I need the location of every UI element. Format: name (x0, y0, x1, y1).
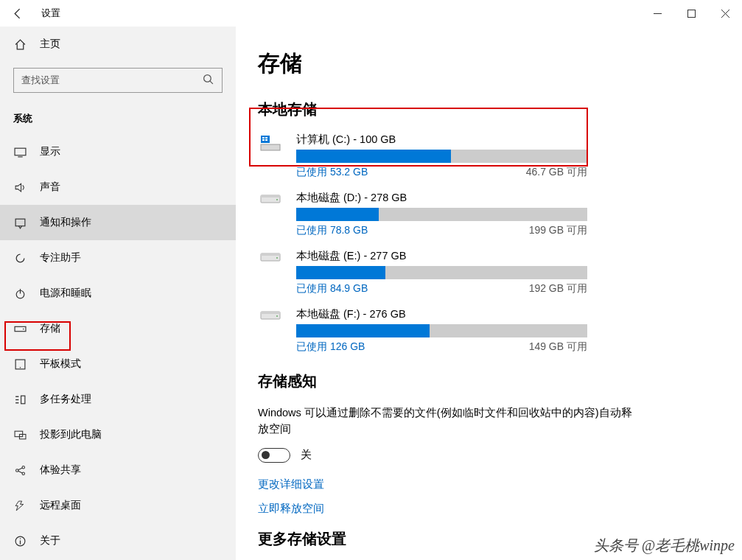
nav-multitask[interactable]: 多任务处理 (0, 382, 236, 417)
nav-sound[interactable]: 声音 (0, 169, 236, 205)
minimize-button[interactable] (640, 0, 674, 27)
svg-line-24 (18, 467, 22, 469)
nav-label: 多任务处理 (40, 393, 91, 406)
nav-about[interactable]: 关于 (0, 523, 236, 559)
nav-label: 电源和睡眠 (40, 287, 91, 300)
section-heading: 系统 (0, 106, 236, 134)
nav-label: 声音 (40, 181, 60, 194)
about-icon (13, 535, 27, 547)
drive-used-label: 已使用 126 GB (296, 340, 365, 354)
drive-title: 本地磁盘 (F:) - 276 GB (296, 307, 713, 321)
close-icon (721, 10, 729, 18)
usage-bar (296, 266, 587, 279)
tablet-icon (13, 358, 27, 371)
search-input[interactable]: 查找设置 (13, 68, 223, 93)
drive-row[interactable]: 本地磁盘 (E:) - 277 GB已使用 84.9 GB192 GB 可用 (258, 249, 713, 295)
storage-sense-desc: Windows 可以通过删除不需要的文件(例如临时文件和回收站中的内容)自动释放… (258, 405, 641, 438)
svg-rect-32 (265, 137, 267, 139)
nav-label: 关于 (40, 534, 60, 547)
nav-storage[interactable]: 存储 (0, 311, 236, 346)
search-icon (202, 73, 214, 88)
sound-icon (13, 181, 27, 194)
usage-bar (296, 208, 587, 221)
drive-free-label: 192 GB 可用 (529, 282, 587, 295)
drive-row[interactable]: 计算机 (C:) - 100 GB已使用 53.2 GB46.7 GB 可用 (258, 133, 713, 179)
drive-icon (258, 133, 283, 152)
nav-label: 远程桌面 (40, 499, 81, 512)
storage-icon (13, 323, 27, 335)
minimize-icon (654, 10, 662, 18)
svg-rect-29 (261, 144, 280, 150)
svg-line-5 (210, 81, 213, 84)
multitask-icon (13, 393, 27, 406)
nav-remote[interactable]: 远程桌面 (0, 488, 236, 523)
local-storage-heading: 本地存储 (258, 99, 713, 119)
svg-point-12 (22, 328, 24, 329)
nav-label: 存储 (40, 322, 60, 335)
focus-icon (13, 252, 27, 265)
nav-notifications[interactable]: 通知和操作 (0, 205, 236, 240)
maximize-button[interactable] (674, 0, 708, 27)
drive-icon (258, 191, 283, 206)
svg-point-14 (19, 367, 20, 368)
nav-shared[interactable]: 体验共享 (0, 452, 236, 488)
sidebar: 主页 查找设置 系统 显示 声音 通知和操作 专注助手 电源和睡眠 (0, 27, 236, 560)
watermark: 头条号 @老毛桃winpe (594, 536, 735, 556)
svg-rect-18 (21, 396, 24, 404)
nav-label: 显示 (40, 145, 60, 158)
page-title: 存储 (258, 49, 713, 79)
drive-free-label: 46.7 GB 可用 (526, 166, 587, 179)
drive-row[interactable]: 本地磁盘 (D:) - 278 GB已使用 78.8 GB199 GB 可用 (258, 191, 713, 237)
usage-bar (296, 324, 587, 337)
nav-label: 投影到此电脑 (40, 428, 102, 441)
change-settings-link[interactable]: 更改详细设置 (258, 477, 713, 491)
storage-sense-toggle[interactable] (258, 448, 290, 463)
svg-point-4 (204, 75, 211, 83)
svg-rect-11 (15, 326, 26, 331)
display-icon (13, 146, 27, 158)
storage-sense-heading: 存储感知 (258, 371, 713, 391)
close-button[interactable] (708, 0, 742, 27)
project-icon (13, 429, 27, 441)
svg-rect-33 (262, 139, 265, 141)
svg-rect-36 (261, 195, 280, 197)
home-link[interactable]: 主页 (0, 27, 236, 62)
nav-power[interactable]: 电源和睡眠 (0, 276, 236, 311)
usage-bar (296, 150, 587, 163)
svg-rect-31 (262, 137, 265, 139)
nav-focus[interactable]: 专注助手 (0, 240, 236, 276)
nav-tablet[interactable]: 平板模式 (0, 346, 236, 382)
drive-used-label: 已使用 78.8 GB (296, 224, 368, 237)
svg-rect-34 (265, 139, 267, 141)
drive-title: 本地磁盘 (E:) - 277 GB (296, 249, 713, 263)
notifications-icon (13, 217, 27, 229)
drive-row[interactable]: 本地磁盘 (F:) - 276 GB已使用 126 GB149 GB 可用 (258, 307, 713, 354)
svg-rect-1 (687, 10, 695, 17)
remote-icon (13, 500, 27, 512)
drive-free-label: 149 GB 可用 (529, 340, 587, 354)
nav-label: 平板模式 (40, 357, 81, 371)
window-title: 设置 (35, 7, 60, 20)
drive-used-label: 已使用 53.2 GB (296, 166, 368, 179)
svg-rect-42 (261, 312, 280, 314)
arrow-left-icon (12, 7, 24, 20)
shared-icon (13, 464, 27, 477)
search-placeholder: 查找设置 (21, 74, 202, 87)
back-button[interactable] (0, 0, 35, 27)
svg-rect-39 (261, 253, 280, 256)
drive-used-label: 已使用 84.9 GB (296, 282, 368, 295)
maximize-icon (687, 10, 696, 18)
nav-display[interactable]: 显示 (0, 134, 236, 169)
nav-label: 专注助手 (40, 251, 81, 265)
free-space-link[interactable]: 立即释放空间 (258, 502, 713, 516)
main-content: 存储 本地存储 计算机 (C:) - 100 GB已使用 53.2 GB46.7… (236, 27, 742, 560)
svg-point-40 (276, 257, 278, 259)
svg-rect-8 (15, 219, 25, 226)
toggle-state-label: 关 (301, 448, 312, 462)
drive-title: 计算机 (C:) - 100 GB (296, 133, 713, 147)
home-label: 主页 (40, 38, 60, 51)
nav-label: 体验共享 (40, 463, 81, 477)
svg-point-37 (276, 199, 278, 200)
power-icon (13, 287, 27, 300)
nav-project[interactable]: 投影到此电脑 (0, 417, 236, 452)
